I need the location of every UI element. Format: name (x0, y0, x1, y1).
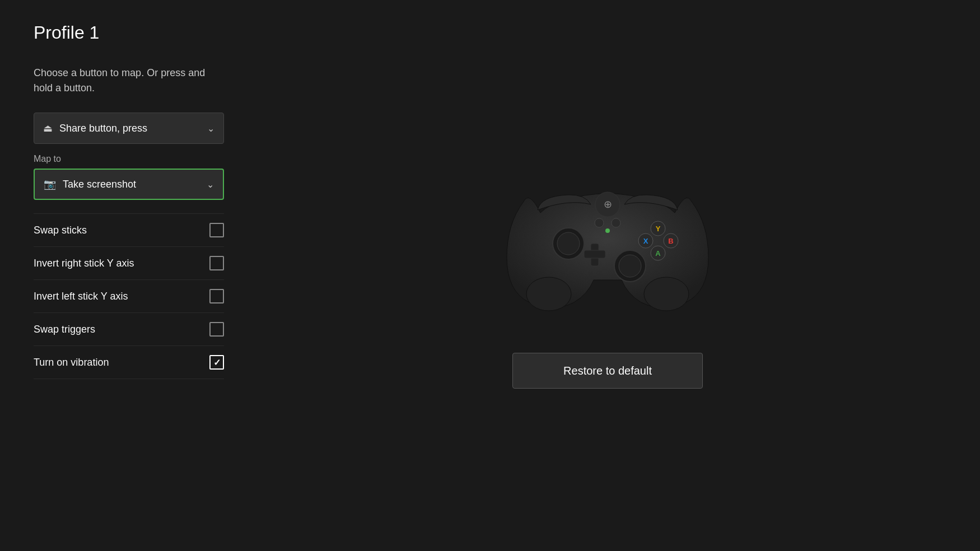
svg-rect-7 (584, 250, 605, 258)
svg-text:A: A (655, 249, 661, 258)
invert-right-stick-checkbox[interactable] (209, 256, 224, 270)
swap-sticks-label: Swap sticks (34, 225, 87, 236)
swap-sticks-checkbox[interactable] (209, 223, 224, 237)
invert-left-stick-label: Invert left stick Y axis (34, 291, 128, 302)
right-panel: ⊕ (269, 22, 946, 529)
option-invert-right-stick: Invert right stick Y axis (34, 247, 224, 280)
controller-image: ⊕ (496, 140, 720, 330)
screenshot-icon: 📷 (44, 178, 56, 190)
map-to-chevron: ⌄ (207, 179, 214, 190)
swap-triggers-label: Swap triggers (34, 324, 95, 335)
option-vibration: Turn on vibration (34, 346, 224, 379)
invert-left-stick-checkbox[interactable] (209, 289, 224, 303)
share-button-dropdown[interactable]: ⏏ Share button, press ⌄ (34, 113, 224, 144)
restore-button-label: Restore to default (563, 365, 652, 377)
svg-point-19 (526, 277, 571, 311)
svg-point-10 (605, 228, 610, 233)
svg-point-3 (557, 232, 580, 255)
svg-point-5 (619, 255, 641, 277)
map-to-dropdown[interactable]: 📷 Take screenshot ⌄ (34, 169, 224, 200)
vibration-label: Turn on vibration (34, 357, 109, 368)
share-button-label: Share button, press (59, 123, 207, 134)
svg-text:⊕: ⊕ (604, 199, 612, 210)
map-to-label-value: Take screenshot (63, 179, 207, 190)
page-title: Profile 1 (34, 22, 269, 43)
instruction-text: Choose a button to map. Or press and hol… (34, 66, 213, 96)
svg-point-20 (644, 277, 689, 311)
invert-right-stick-label: Invert right stick Y axis (34, 258, 134, 269)
share-dropdown-chevron: ⌄ (207, 123, 214, 134)
option-invert-left-stick: Invert left stick Y axis (34, 280, 224, 313)
options-list: Swap sticks Invert right stick Y axis In… (34, 213, 224, 379)
svg-text:B: B (668, 237, 673, 245)
svg-point-9 (612, 218, 620, 227)
share-icon: ⏏ (43, 122, 53, 134)
option-swap-sticks: Swap sticks (34, 213, 224, 247)
svg-point-8 (595, 218, 604, 227)
restore-default-button[interactable]: Restore to default (512, 353, 703, 389)
vibration-checkbox[interactable] (209, 355, 224, 370)
svg-text:Y: Y (656, 225, 661, 233)
swap-triggers-checkbox[interactable] (209, 322, 224, 337)
map-to-label: Map to (34, 154, 269, 164)
svg-text:X: X (643, 237, 648, 245)
option-swap-triggers: Swap triggers (34, 313, 224, 346)
